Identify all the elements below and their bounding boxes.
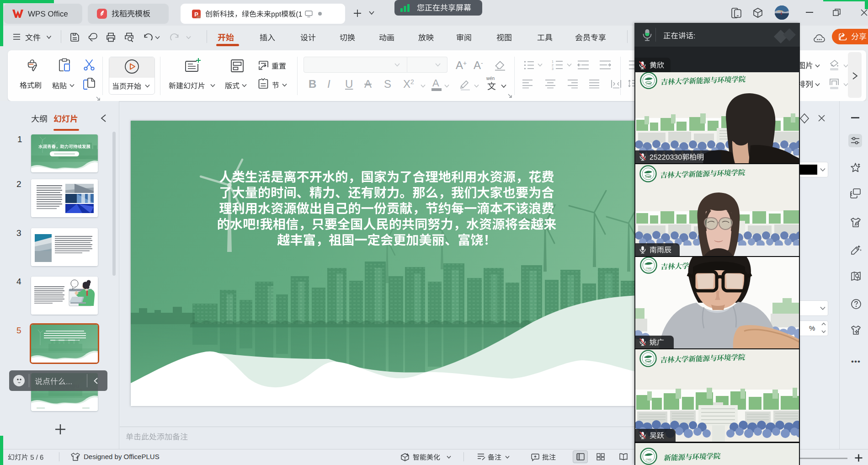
- svg-text:3: 3: [552, 67, 554, 70]
- svg-text:1: 1: [552, 60, 554, 63]
- svg-text:CNEE: CNEE: [646, 459, 652, 461]
- svg-text:····: ····: [73, 283, 75, 285]
- svg-text:2: 2: [552, 64, 554, 67]
- svg-text:CNEE: CNEE: [645, 361, 651, 363]
- svg-text:CNEE: CNEE: [646, 267, 652, 270]
- svg-text:CNEE: CNEE: [646, 83, 652, 85]
- svg-text:XXXXXXXX: XXXXXXXX: [37, 407, 45, 409]
- svg-text:CNEE: CNEE: [645, 176, 651, 178]
- svg-text:XXXXXXX: XXXXXXX: [82, 407, 90, 409]
- svg-text:P: P: [194, 11, 198, 17]
